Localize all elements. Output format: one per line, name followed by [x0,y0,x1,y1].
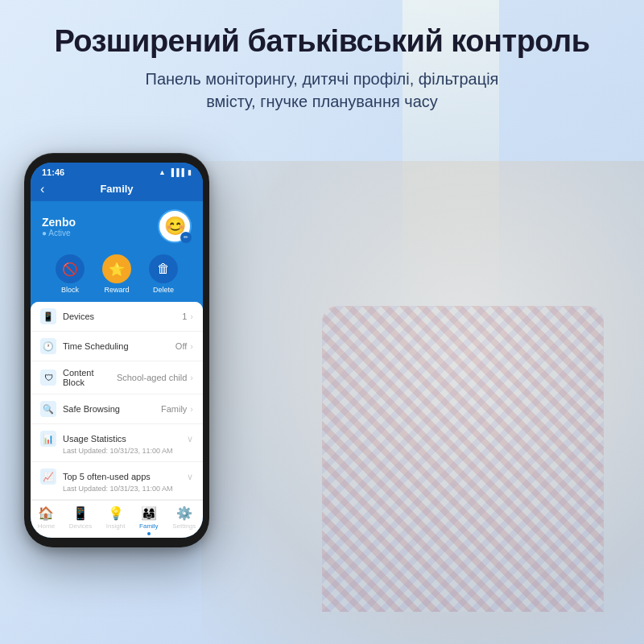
reward-button[interactable]: ⭐ Reward [102,254,131,294]
menu-item-content[interactable]: 🛡 Content Block School-aged child › [31,361,203,394]
status-bar: 11:46 ▲ ▐▐▐ ▮ [31,163,203,179]
battery-icon: ▮ [188,168,192,176]
subtitle: Панель моніторингу, дитячі профілі, філь… [32,68,612,113]
star-icon: ⭐ [109,262,125,277]
nav-family[interactable]: 👨‍👩‍👧 Family [139,506,159,535]
delete-button[interactable]: 🗑 Delete [149,254,178,294]
nav-home[interactable]: 🏠 Home [38,506,55,535]
reward-label: Reward [104,286,129,294]
usage-top-row: 📊 Usage Statistics ∨ [40,431,193,447]
content-icon: 🛡 [40,369,56,386]
safe-browsing-icon: 🔍 [40,401,56,417]
content-arrow: › [190,373,193,382]
phone-outer: 11:46 ▲ ▐▐▐ ▮ ‹ Family Zenbo ● [24,153,209,547]
title-section: Розширений батьківський контроль Панель … [0,0,644,125]
reward-circle: ⭐ [102,254,131,283]
app-header-title: Family [100,183,133,195]
time-icon: 🕐 [40,338,56,354]
top-apps-icon: 📈 [40,469,56,485]
insight-label: Insight [106,522,126,530]
usage-subtitle: Last Updated: 10/31/23, 11:00 AM [63,447,173,455]
top-apps-label: Top 5 often-used apps [63,472,187,481]
usage-expand-arrow: ∨ [187,434,193,444]
devices-icon: 📱 [40,308,56,324]
usage-icon: 📊 [40,431,56,447]
family-active-indicator [147,532,151,535]
nav-devices[interactable]: 📱 Devices [69,506,92,535]
status-icons: ▲ ▐▐▐ ▮ [159,168,192,176]
content-wrapper: Розширений батьківський контроль Панель … [0,0,644,644]
profile-name: Zenbo [42,216,76,229]
settings-icon: ⚙️ [176,506,192,521]
menu-item-usage[interactable]: 📊 Usage Statistics ∨ Last Updated: 10/31… [31,424,203,462]
top-apps-subtitle: Last Updated: 10/31/23, 11:00 AM [63,485,173,493]
devices-label: Devices [63,312,182,321]
status-time: 11:46 [42,167,64,177]
family-icon: 👨‍👩‍👧 [141,506,157,521]
safe-browsing-arrow: › [190,404,193,414]
app-header: ‹ Family [31,179,203,201]
menu-item-time[interactable]: 🕐 Time Scheduling Off › [31,332,203,361]
wifi-icon: ▲ [159,168,166,176]
home-label: Home [38,522,55,530]
action-buttons: 🚫 Block ⭐ Reward 🗑 Delete [31,250,203,302]
time-value: Off [175,341,187,351]
delete-label: Delete [153,286,174,294]
profile-avatar[interactable]: 😊 ✏ [158,209,192,243]
nav-settings[interactable]: ⚙️ Settings [172,506,196,535]
time-arrow: › [190,341,193,351]
settings-label: Settings [172,522,196,530]
block-label: Block [61,286,79,294]
signal-icon: ▐▐▐ [169,168,184,176]
menu-list: 📱 Devices 1 › 🕐 Time Scheduling Off › [31,302,203,500]
nav-insight[interactable]: 💡 Insight [106,506,126,535]
devices-nav-icon: 📱 [72,506,89,521]
safe-browsing-label: Safe Browsing [63,404,161,414]
top-apps-top-row: 📈 Top 5 often-used apps ∨ [40,469,193,485]
time-label: Time Scheduling [63,341,175,351]
menu-item-devices[interactable]: 📱 Devices 1 › [31,302,203,332]
top-apps-expand-arrow: ∨ [187,472,193,482]
profile-section: Zenbo ● Active 😊 ✏ [31,201,203,250]
subtitle-line2: вмісту, гнучке планування часу [206,93,438,110]
content-value: School-aged child [117,373,187,382]
phone-container: 11:46 ▲ ▐▐▐ ▮ ‹ Family Zenbo ● [24,153,209,547]
home-icon: 🏠 [38,506,54,521]
devices-arrow: › [190,312,193,321]
block-icon: 🚫 [62,262,78,277]
menu-item-top-apps[interactable]: 📈 Top 5 often-used apps ∨ Last Updated: … [31,462,203,500]
insight-icon: 💡 [108,506,124,521]
devices-value: 1 [182,312,187,321]
edit-badge: ✏ [180,232,192,243]
main-title: Розширений батьківський контроль [32,24,612,60]
pencil-icon: ✏ [184,234,188,241]
family-label: Family [139,522,159,530]
back-button[interactable]: ‹ [40,182,44,196]
trash-icon: 🗑 [157,262,170,276]
bottom-nav: 🏠 Home 📱 Devices 💡 Insight 👨‍👩‍👧 Family [31,500,203,538]
block-circle: 🚫 [56,254,85,283]
safe-browsing-value: Family [161,404,187,414]
delete-circle: 🗑 [149,254,178,283]
profile-status: ● Active [42,229,76,237]
content-label: Content Block [63,368,117,387]
menu-item-safe-browsing[interactable]: 🔍 Safe Browsing Family › [31,394,203,424]
block-button[interactable]: 🚫 Block [56,254,85,294]
subtitle-line1: Панель моніторингу, дитячі профілі, філь… [146,70,499,88]
usage-label: Usage Statistics [63,434,187,444]
phone-screen: 11:46 ▲ ▐▐▐ ▮ ‹ Family Zenbo ● [31,163,203,538]
devices-nav-label: Devices [69,522,92,530]
profile-info: Zenbo ● Active [42,216,76,237]
